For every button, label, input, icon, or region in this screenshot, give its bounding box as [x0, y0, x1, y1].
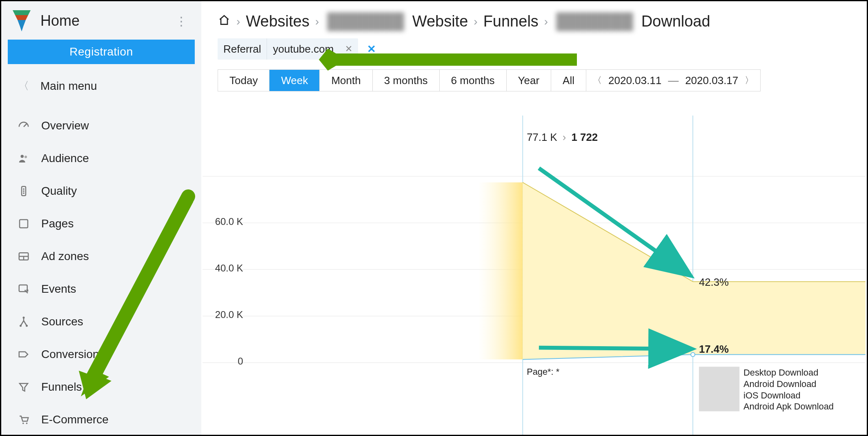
funnel-chart: 60.0 K 40.0 K 20.0 K 0 77.1 K › 1 722 [201, 116, 867, 435]
date-from: 2020.03.11 [608, 74, 661, 87]
ytick: 60.0 K [215, 216, 243, 227]
main-menu-label: Main menu [40, 80, 97, 93]
main-content: › Websites › ███████ Website › Funnels ›… [201, 1, 867, 435]
tab-month[interactable]: Month [320, 70, 372, 91]
svg-point-19 [22, 423, 24, 424]
nav-label: Overview [41, 119, 89, 132]
nav-label: Ad zones [41, 250, 89, 263]
sidebar-item-funnels[interactable]: Funnels [1, 371, 201, 403]
step2-bottom-pct: 17.4% [699, 343, 729, 355]
svg-marker-2 [18, 20, 26, 27]
tab-all[interactable]: All [551, 70, 586, 91]
svg-point-18 [23, 317, 25, 319]
svg-point-5 [21, 155, 24, 158]
sidebar-item-overview[interactable]: Overview [1, 109, 201, 142]
svg-point-8 [23, 188, 24, 190]
svg-point-16 [20, 325, 22, 327]
svg-point-6 [24, 156, 27, 158]
svg-marker-1 [15, 15, 28, 20]
sidebar-item-conversions[interactable]: Conversions [1, 338, 201, 371]
date-range-picker[interactable]: 〈 2020.03.11 — 2020.03.17 〉 [586, 69, 761, 91]
period-row: Today Week Month 3 months 6 months Year … [201, 69, 867, 101]
registration-button[interactable]: Registration [8, 40, 195, 64]
clear-filters-icon[interactable]: ✕ [364, 43, 379, 56]
sidebar-item-quality[interactable]: Quality [1, 175, 201, 207]
nav-label: Conversions [41, 348, 105, 361]
sidebar-item-audience[interactable]: Audience [1, 142, 201, 175]
gauge-icon [16, 118, 31, 133]
home-icon[interactable] [218, 13, 231, 30]
annotation-arrow-teal [539, 348, 685, 349]
dl-item: iOS Download [743, 390, 801, 400]
tab-today[interactable]: Today [218, 70, 269, 91]
sidebar-item-pages[interactable]: Pages [1, 207, 201, 240]
svg-point-10 [23, 192, 24, 194]
cart-icon [16, 412, 31, 427]
sidebar-more-icon[interactable]: ⋮ [171, 12, 191, 30]
bc-redacted: ███████ [554, 13, 635, 30]
date-to: 2020.03.17 [685, 74, 738, 87]
tab-year[interactable]: Year [507, 70, 552, 91]
nav-list: Overview Audience Quality Pages Ad zones… [1, 101, 201, 436]
svg-rect-11 [20, 220, 28, 228]
svg-marker-29 [523, 182, 866, 360]
funnel-icon [16, 379, 31, 395]
sidebar-item-ecommerce[interactable]: E-Commerce [1, 403, 201, 436]
svg-rect-30 [478, 182, 523, 360]
bc-funnels[interactable]: Funnels [483, 13, 539, 30]
nav-label: E-Commerce [41, 413, 109, 426]
bc-websites[interactable]: Websites [246, 13, 309, 30]
nav-label: Quality [41, 185, 77, 198]
tab-6months[interactable]: 6 months [440, 70, 507, 91]
filter-chip-referral[interactable]: Referral youtube.com ✕ [218, 38, 358, 60]
bc-download: Download [641, 13, 710, 30]
tab-3months[interactable]: 3 months [373, 70, 440, 91]
merge-icon [16, 314, 31, 329]
date-dash: — [668, 74, 679, 87]
filter-row: Referral youtube.com ✕ ✕ [201, 38, 867, 69]
bc-redacted: ███████ [325, 13, 406, 30]
step2-top-pct: 42.3% [699, 276, 729, 288]
svg-point-20 [26, 423, 28, 424]
svg-marker-0 [13, 10, 31, 15]
app-logo-icon [13, 10, 31, 31]
period-tabs: Today Week Month 3 months 6 months Year … [218, 69, 586, 91]
step1-label: Page*: * [527, 367, 560, 377]
sidebar-item-events[interactable]: Events [1, 273, 201, 305]
step2-thumbnail [699, 367, 739, 411]
sidebar-item-adzones[interactable]: Ad zones [1, 240, 201, 273]
chevron-right-icon: › [474, 15, 477, 28]
cursor-icon [16, 281, 31, 297]
ytick: 20.0 K [215, 309, 243, 320]
nav-label: Events [41, 283, 76, 296]
chevron-right-icon: › [236, 15, 240, 28]
svg-point-9 [23, 190, 24, 192]
svg-marker-3 [20, 27, 23, 31]
dl-item: Android Apk Download [743, 401, 834, 412]
filter-value: youtube.com [267, 43, 339, 56]
ytick: 40.0 K [215, 262, 243, 274]
filter-key: Referral [218, 38, 267, 60]
svg-line-4 [24, 124, 27, 127]
nav-label: Funnels [41, 380, 82, 394]
chevron-right-icon[interactable]: 〉 [745, 74, 754, 87]
dl-item: Desktop Download [743, 367, 818, 378]
breadcrumb: › Websites › ███████ Website › Funnels ›… [201, 1, 867, 38]
sidebar-item-sources[interactable]: Sources [1, 305, 201, 338]
svg-point-17 [26, 325, 28, 327]
nav-label: Audience [41, 152, 89, 165]
page-icon [16, 216, 31, 231]
people-icon [16, 151, 31, 166]
main-menu-back[interactable]: 〈 Main menu [1, 71, 201, 101]
nav-label: Pages [41, 217, 73, 230]
ytick: 0 [238, 356, 243, 367]
step1-values: 77.1 K › 1 722 [527, 131, 598, 143]
dl-item: Android Download [743, 379, 816, 389]
nav-label: Sources [41, 315, 83, 328]
chevron-left-icon: 〈 [18, 79, 29, 93]
filter-remove-icon[interactable]: ✕ [339, 44, 358, 54]
bc-website[interactable]: Website [412, 13, 468, 30]
tab-week[interactable]: Week [269, 70, 320, 91]
page-title: Home [40, 12, 171, 29]
chevron-left-icon[interactable]: 〈 [593, 74, 602, 87]
